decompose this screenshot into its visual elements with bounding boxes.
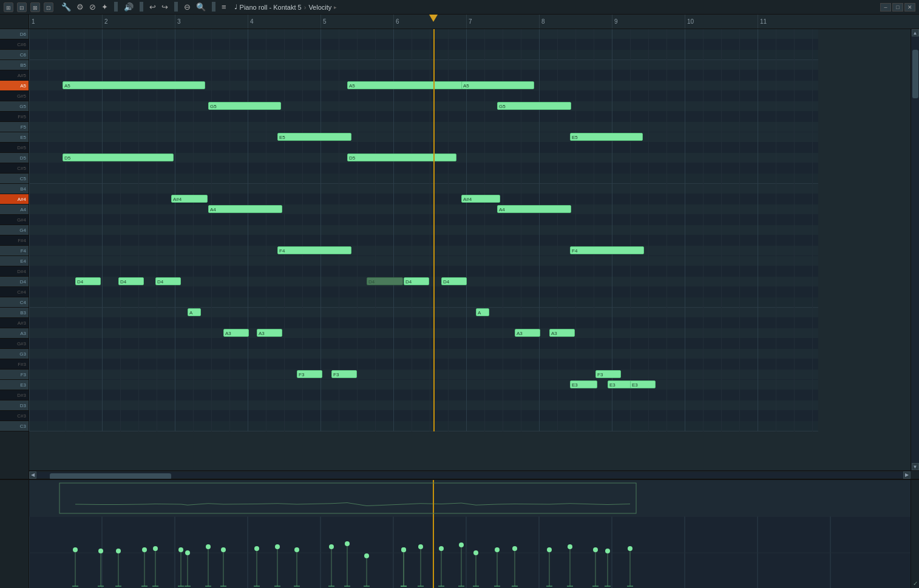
piano-key-A#5[interactable]: A#5	[0, 70, 29, 81]
midi-note-a4-1[interactable]: A4	[208, 205, 282, 213]
midi-note-a4s-2[interactable]: A#4	[461, 195, 500, 203]
piano-key-G#4[interactable]: G#4	[0, 215, 29, 225]
midi-note-a3-3[interactable]: A3	[515, 329, 540, 337]
tool-6[interactable]: ↩	[148, 2, 158, 12]
piano-key-F3[interactable]: F3	[0, 370, 29, 380]
maximize-button[interactable]: □	[892, 3, 903, 12]
piano-key-A5[interactable]: A5	[0, 81, 29, 91]
midi-note-a3-4[interactable]: A3	[549, 329, 575, 337]
piano-key-E3[interactable]: E3	[0, 380, 29, 390]
piano-key-B3[interactable]: B3	[0, 308, 29, 318]
piano-key-E5[interactable]: E5	[0, 132, 29, 143]
piano-key-C5[interactable]: C5	[0, 174, 29, 184]
win-icon-1[interactable]: ⊞	[4, 2, 13, 12]
midi-note-e5-2[interactable]: E5	[570, 133, 643, 141]
timeline[interactable]: 1234567891011	[29, 15, 919, 29]
velocity-content[interactable]	[29, 480, 911, 588]
tool-3[interactable]: ⊘	[87, 2, 98, 12]
piano-key-D5[interactable]: D5	[0, 153, 29, 163]
piano-key-G5[interactable]: G5	[0, 101, 29, 112]
tool-8[interactable]: ⊖	[182, 2, 192, 12]
scroll-up-arrow[interactable]: ▲	[912, 29, 919, 36]
piano-key-C#6[interactable]: C#6	[0, 39, 29, 50]
piano-key-E4[interactable]: E4	[0, 256, 29, 266]
piano-key-F#5[interactable]: F#5	[0, 112, 29, 122]
midi-note-f3-1[interactable]: F3	[297, 370, 322, 378]
midi-note-b3-2[interactable]: A	[476, 308, 489, 316]
scroll-thumb[interactable]	[912, 50, 918, 98]
win-icon-2[interactable]: ⊟	[17, 2, 27, 12]
midi-note-e3-1[interactable]: E3	[570, 380, 597, 388]
piano-key-C#5[interactable]: C#5	[0, 163, 29, 174]
piano-key-A#3[interactable]: A#3	[0, 318, 29, 328]
minimize-button[interactable]: –	[880, 3, 891, 12]
piano-key-A3[interactable]: A3	[0, 328, 29, 339]
midi-note-d4-2[interactable]: D4	[118, 277, 144, 285]
piano-key-C#3[interactable]: C#3	[0, 411, 29, 421]
piano-key-D#3[interactable]: D#3	[0, 390, 29, 400]
midi-note-f4-2[interactable]: F4	[570, 246, 644, 254]
midi-note-a4s-1[interactable]: A#4	[171, 195, 208, 203]
tool-9[interactable]: 🔍	[194, 2, 208, 12]
piano-key-C3[interactable]: C3	[0, 421, 29, 431]
win-icon-4[interactable]: ⊡	[44, 2, 53, 12]
tool-1[interactable]: 🔧	[59, 2, 73, 12]
midi-note-a4-2[interactable]: A4	[497, 205, 571, 213]
piano-key-B4[interactable]: B4	[0, 184, 29, 194]
midi-note-g5-1[interactable]: G5	[208, 102, 281, 110]
midi-note-f4-1[interactable]: F4	[277, 246, 351, 254]
piano-key-C4[interactable]: C4	[0, 297, 29, 308]
piano-key-D3[interactable]: D3	[0, 400, 29, 411]
midi-note-a5-2[interactable]: A5	[347, 81, 463, 89]
piano-key-G4[interactable]: G4	[0, 225, 29, 235]
midi-note-d5-1[interactable]: D5	[63, 154, 174, 161]
piano-key-A4[interactable]: A4	[0, 204, 29, 215]
piano-key-F5[interactable]: F5	[0, 122, 29, 132]
tool-5[interactable]: 🔊	[122, 2, 135, 12]
midi-note-g5-2[interactable]: G5	[497, 102, 571, 110]
midi-note-d4-1[interactable]: D4	[75, 277, 101, 285]
piano-key-C6[interactable]: C6	[0, 50, 29, 60]
midi-note-d4-5[interactable]: D4	[404, 277, 429, 285]
close-button[interactable]: ✕	[904, 3, 915, 12]
h-scroll-thumb[interactable]	[50, 473, 171, 479]
midi-note-e3-3[interactable]: E3	[630, 380, 656, 388]
piano-key-G3[interactable]: G3	[0, 349, 29, 359]
piano-key-D#4[interactable]: D#4	[0, 266, 29, 277]
scroll-down-arrow[interactable]: ▼	[912, 463, 919, 470]
midi-note-d4-3[interactable]: D4	[155, 277, 181, 285]
piano-key-D#5[interactable]: D#5	[0, 143, 29, 153]
bottom-scrollbar[interactable]: ◀ ▶	[29, 470, 919, 479]
tool-7[interactable]: ↪	[160, 2, 170, 12]
piano-key-C#4[interactable]: C#4	[0, 287, 29, 297]
midi-note-d4-4[interactable]: D4	[367, 277, 403, 285]
right-scrollbar[interactable]: ▲ ▼	[911, 29, 919, 470]
piano-key-A#4[interactable]: A#4	[0, 194, 29, 204]
midi-note-d4-6[interactable]: D4	[441, 277, 467, 285]
scroll-left-arrow[interactable]: ◀	[29, 471, 36, 479]
midi-note-e5-1[interactable]: E5	[277, 133, 351, 141]
piano-key-F#3[interactable]: F#3	[0, 359, 29, 370]
piano-key-F4[interactable]: F4	[0, 246, 29, 256]
midi-note-d5-2[interactable]: D5	[347, 154, 456, 161]
midi-note-a5-3[interactable]: A5	[461, 81, 534, 89]
midi-note-f3-3[interactable]: F3	[595, 370, 621, 378]
piano-key-F#4[interactable]: F#4	[0, 235, 29, 246]
tool-10[interactable]: ≡	[220, 2, 228, 12]
tool-2[interactable]: ⚙	[75, 2, 86, 12]
piano-key-D4[interactable]: D4	[0, 277, 29, 287]
win-icon-3[interactable]: ⊠	[30, 2, 40, 12]
piano-key-G#5[interactable]: G#5	[0, 91, 29, 101]
piano-keyboard[interactable]: D6C#6C6B5A#5A5G#5G5F#5F5E5D#5D5C#5C5B4A#…	[0, 15, 29, 479]
midi-note-a3-1[interactable]: A3	[223, 329, 249, 337]
rows-area[interactable]: A5A5A5G5G5E5E5D5D5A#4A#4A4A4F4F4D4D4D4D4…	[29, 29, 911, 470]
midi-note-f3-2[interactable]: F3	[331, 370, 357, 378]
piano-key-D6[interactable]: D6	[0, 29, 29, 39]
tool-4[interactable]: ✦	[100, 2, 110, 12]
scroll-right-arrow[interactable]: ▶	[903, 471, 911, 479]
piano-key-B5[interactable]: B5	[0, 60, 29, 70]
midi-note-a5-1[interactable]: A5	[63, 81, 205, 89]
piano-key-G#3[interactable]: G#3	[0, 339, 29, 349]
midi-note-b3-1[interactable]: A	[188, 308, 201, 316]
midi-note-a3-2[interactable]: A3	[257, 329, 282, 337]
